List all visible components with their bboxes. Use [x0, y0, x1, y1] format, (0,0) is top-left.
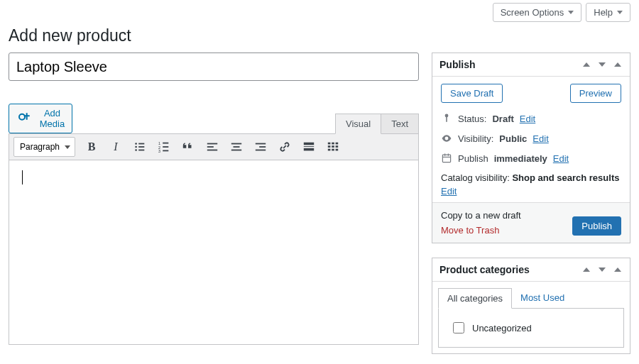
box-toggle-button[interactable]	[613, 268, 623, 272]
svg-point-5	[135, 149, 137, 151]
svg-rect-15	[207, 150, 217, 151]
pin-icon	[441, 113, 452, 124]
move-to-trash-link[interactable]: Move to Trash	[441, 225, 521, 236]
italic-button[interactable]: I	[108, 139, 124, 155]
add-media-label: Add Media	[40, 108, 65, 129]
product-title-input[interactable]	[9, 53, 419, 81]
svg-rect-32	[332, 149, 334, 151]
svg-rect-24	[304, 148, 314, 151]
svg-rect-25	[328, 143, 331, 145]
readmore-icon	[302, 140, 315, 153]
page-title: Add new product	[9, 26, 630, 45]
svg-rect-14	[207, 146, 214, 148]
ul-icon	[133, 140, 146, 153]
svg-rect-22	[304, 143, 314, 145]
status-label: Status:	[458, 114, 486, 124]
box-move-down-button[interactable]	[597, 62, 607, 67]
publish-box: Publish Save Draft Preview Status:	[432, 53, 630, 243]
screen-options-button[interactable]: Screen Options	[493, 3, 582, 22]
italic-icon: I	[114, 140, 117, 153]
caret-down-icon	[568, 11, 574, 14]
categories-box-title: Product categories	[439, 264, 530, 275]
svg-rect-18	[231, 150, 241, 151]
catalog-edit-link[interactable]: Edit	[441, 186, 457, 197]
screen-options-label: Screen Options	[501, 7, 564, 18]
eye-icon	[441, 133, 452, 144]
number-list-button[interactable]: 123	[156, 139, 172, 155]
visibility-edit-link[interactable]: Edit	[532, 133, 548, 144]
catalog-vis-label: Catalog visibility:	[441, 172, 510, 183]
tab-text[interactable]: Text	[381, 114, 419, 134]
tab-all-categories[interactable]: All categories	[438, 288, 512, 309]
copy-draft-link[interactable]: Copy to a new draft	[441, 210, 521, 221]
editor-toolbar: Paragraph B I 123	[9, 133, 419, 160]
ol-icon: 123	[158, 140, 170, 153]
svg-point-1	[135, 143, 137, 145]
bold-button[interactable]: B	[84, 139, 99, 155]
svg-rect-35	[446, 117, 447, 122]
media-icon	[16, 109, 36, 128]
publish-box-title: Publish	[439, 59, 476, 70]
box-move-up-button[interactable]	[581, 62, 591, 67]
box-toggle-button[interactable]	[613, 62, 623, 67]
calendar-icon	[441, 153, 452, 164]
svg-rect-20	[259, 146, 266, 148]
link-button[interactable]	[277, 139, 293, 155]
kitchen-sink-button[interactable]	[325, 139, 341, 155]
svg-point-3	[135, 146, 137, 148]
add-media-button[interactable]: Add Media	[9, 104, 72, 133]
link-icon	[278, 140, 291, 153]
status-edit-link[interactable]: Edit	[520, 114, 535, 124]
align-left-button[interactable]	[204, 139, 220, 155]
bullet-list-button[interactable]	[132, 139, 148, 155]
publish-button[interactable]: Publish	[572, 216, 621, 236]
publish-date-label: Publish	[458, 153, 488, 164]
align-right-icon	[254, 140, 267, 153]
svg-rect-17	[234, 146, 240, 148]
align-left-icon	[206, 140, 219, 153]
box-move-up-button[interactable]	[581, 268, 591, 272]
box-move-down-button[interactable]	[597, 268, 607, 272]
svg-rect-2	[138, 143, 144, 145]
content-editor[interactable]	[9, 160, 419, 345]
align-center-icon	[230, 140, 243, 153]
publish-date-value: immediately	[494, 153, 547, 164]
svg-rect-31	[328, 149, 331, 151]
help-button[interactable]: Help	[586, 3, 630, 22]
svg-rect-28	[328, 145, 331, 148]
chevron-down-icon	[599, 268, 606, 272]
chevron-up-icon	[583, 268, 590, 272]
svg-rect-19	[256, 143, 266, 145]
category-item: Uncategorized	[446, 317, 616, 338]
product-categories-box: Product categories All categories Most U…	[432, 258, 630, 354]
svg-rect-26	[332, 143, 334, 145]
svg-rect-13	[207, 143, 217, 145]
tab-visual[interactable]: Visual	[335, 114, 381, 134]
text-cursor	[22, 170, 23, 184]
svg-rect-6	[138, 150, 144, 151]
blockquote-button[interactable]	[180, 139, 196, 155]
quote-icon	[182, 140, 195, 153]
visibility-value: Public	[499, 133, 527, 144]
align-center-button[interactable]	[229, 139, 244, 155]
chevron-up-icon	[583, 62, 590, 67]
tab-most-used[interactable]: Most Used	[512, 288, 573, 309]
svg-rect-21	[256, 150, 266, 151]
publish-date-edit-link[interactable]: Edit	[553, 153, 569, 164]
svg-text:3: 3	[158, 149, 160, 153]
bold-icon: B	[88, 140, 96, 153]
visibility-label: Visibility:	[458, 133, 493, 144]
toolbar-toggle-icon	[327, 140, 339, 153]
status-value: Draft	[492, 114, 513, 124]
category-checkbox[interactable]	[453, 322, 464, 333]
save-draft-button[interactable]: Save Draft	[441, 84, 503, 103]
chevron-down-icon	[599, 62, 606, 67]
preview-button[interactable]: Preview	[570, 84, 621, 103]
align-right-button[interactable]	[253, 139, 268, 155]
svg-rect-30	[336, 145, 339, 148]
svg-rect-16	[231, 143, 241, 145]
format-select[interactable]: Paragraph	[13, 137, 75, 157]
help-label: Help	[594, 7, 613, 18]
svg-rect-10	[163, 146, 168, 148]
readmore-button[interactable]	[301, 139, 317, 155]
